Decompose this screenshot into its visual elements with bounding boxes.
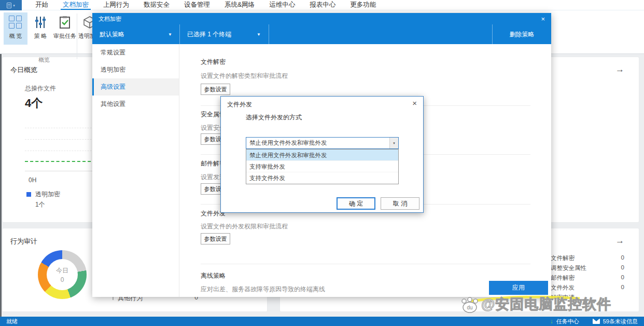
counter-value xyxy=(624,294,627,302)
arrow-right-icon[interactable]: → xyxy=(615,64,624,75)
counter-label: 邮件解密 xyxy=(551,274,575,282)
app-window: ▾ 开始 文档加密 上网行为 数据安全 设备管理 系统&网络 运维中心 报表中心… xyxy=(0,0,644,326)
ribbon-approval-tasks-button[interactable]: 审批任务 xyxy=(53,12,77,45)
param-settings-button[interactable]: 参数设置 xyxy=(201,233,230,244)
tab-start[interactable]: 开始 xyxy=(28,0,55,10)
total-files-label: 总操作文件 xyxy=(25,84,56,93)
clipboard-check-icon xyxy=(58,16,72,29)
ribbon-overview-button[interactable]: 概 览 xyxy=(4,12,27,45)
arrow-right-icon[interactable]: → xyxy=(615,236,624,246)
tab-report-center[interactable]: 报表中心 xyxy=(302,0,343,10)
menu-tabs: 开始 文档加密 上网行为 数据安全 设备管理 系统&网络 运维中心 报表中心 更… xyxy=(28,0,383,10)
legend-value: 1个 xyxy=(35,200,45,209)
sidebar-item-transparent-encryption[interactable]: 透明加密 xyxy=(92,61,179,78)
tab-system-network[interactable]: 系统&网络 xyxy=(217,0,262,10)
menubar: ▾ 开始 文档加密 上网行为 数据安全 设备管理 系统&网络 运维中心 报表中心… xyxy=(0,0,644,10)
donut-center-value: 0 xyxy=(61,276,64,283)
counter-label: 调整安全属性 xyxy=(551,264,586,272)
tab-ops-center[interactable]: 运维中心 xyxy=(262,0,302,10)
legend-color-square xyxy=(26,192,31,197)
file-outgoing-modal: 文件外发 × 选择文件外发的方式 禁止使用文件外发和审批外发 ▾ 禁止使用文件外… xyxy=(220,96,424,213)
unread-messages-link[interactable]: 59条未读信息 xyxy=(603,318,638,325)
dialog-titlebar: 文档加密 × xyxy=(92,13,551,24)
combobox-arrow-button[interactable]: ▾ xyxy=(389,138,398,148)
option-forbid-outgoing[interactable]: 禁止使用文件外发和审批外发 xyxy=(246,150,398,161)
counter-row: 文件解密 0 xyxy=(551,254,627,262)
statusbar: 就绪 ↓ 任务中心 59条未读信息 xyxy=(0,317,644,326)
counter-row: 邮件解密 0 xyxy=(551,274,627,282)
sidebar-item-advanced-settings[interactable]: 高级设置 xyxy=(92,78,179,96)
card-title: 行为审计 xyxy=(10,237,37,246)
ribbon-policy-button[interactable]: 策 略 xyxy=(29,12,52,45)
x-axis-tick: 0H xyxy=(29,176,36,184)
app-menu-button[interactable]: ▾ xyxy=(0,0,22,10)
app-icon xyxy=(7,3,11,8)
counter-row: 调整安全属性 0 xyxy=(551,264,627,272)
tab-web-behavior[interactable]: 上网行为 xyxy=(96,0,136,10)
param-settings-button[interactable]: 参数设置 xyxy=(201,84,230,95)
sliders-icon xyxy=(34,16,47,29)
terminal-selector-dropdown[interactable]: 已选择 1 个终端 ▼ xyxy=(180,24,268,44)
tab-more-features[interactable]: 更多功能 xyxy=(343,0,383,10)
chevron-down-icon: ▾ xyxy=(393,138,395,148)
policy-selector-dropdown[interactable]: 默认策略 ▼ xyxy=(92,24,179,44)
legend-label: 透明加密 xyxy=(35,190,60,199)
counter-label: 文件外发 xyxy=(551,284,575,292)
counter-value: 0 xyxy=(621,274,627,282)
close-icon[interactable]: × xyxy=(412,99,417,107)
counter-label: 解密申请 xyxy=(551,294,575,302)
chevron-down-icon: ▾ xyxy=(13,4,15,7)
apply-button[interactable]: 应用 xyxy=(489,281,548,295)
total-files-value: 4个 xyxy=(25,96,43,111)
outgoing-mode-label: 选择文件外发的方式 xyxy=(246,113,302,122)
mail-icon xyxy=(593,319,600,324)
window-left-edge xyxy=(0,54,2,317)
donut-center-label: 今日 xyxy=(56,266,68,275)
close-icon[interactable]: × xyxy=(541,16,545,22)
tab-document-encryption[interactable]: 文档加密 xyxy=(55,0,96,10)
dialog-toolbar: 默认策略 ▼ 已选择 1 个终端 ▼ 删除策略 xyxy=(92,24,551,44)
section-desc: 设置文件的外发权限和审批流程 xyxy=(201,222,288,231)
section-desc: 应对出差、服务器故障等原因导致的终端离线 xyxy=(201,285,325,294)
combobox-value: 禁止使用文件外发和审批外发 xyxy=(249,140,327,146)
card-title: 今日概览 xyxy=(10,65,37,75)
delete-policy-button[interactable]: 删除策略 xyxy=(493,24,551,44)
task-center-link[interactable]: 任务中心 xyxy=(556,318,579,325)
counter-value: 0 xyxy=(621,284,627,292)
outgoing-mode-combobox[interactable]: 禁止使用文件外发和审批外发 ▾ xyxy=(246,137,399,149)
ribbon-group-label: 概览 xyxy=(38,56,50,64)
ok-button[interactable]: 确 定 xyxy=(337,197,375,210)
ribbon-separator xyxy=(77,13,77,59)
counter-row: 解密申请 xyxy=(551,294,627,302)
sidebar-item-other-settings[interactable]: 其他设置 xyxy=(92,96,179,113)
audit-donut-chart: 今日 0 xyxy=(38,250,87,299)
download-arrow-icon: ↓ xyxy=(550,318,553,325)
sidebar-item-general-settings[interactable]: 常规设置 xyxy=(92,44,179,61)
option-file-outgoing[interactable]: 支持文件外发 xyxy=(246,172,398,184)
counter-value: 0 xyxy=(621,264,627,272)
cancel-button[interactable]: 取 消 xyxy=(381,197,419,210)
tab-device-management[interactable]: 设备管理 xyxy=(177,0,217,10)
status-ready-text: 就绪 xyxy=(6,318,18,325)
modal-title: 文件外发 xyxy=(227,100,252,109)
combobox-option-list: 禁止使用文件外发和审批外发 支持审批外发 支持文件外发 xyxy=(246,149,399,184)
section-title-file-decrypt: 文件解密 xyxy=(201,58,226,66)
section-title-offline-policy: 离线策略 xyxy=(201,271,226,280)
counter-value: 0 xyxy=(621,254,627,262)
dialog-sidebar: 常规设置 透明加密 高级设置 其他设置 xyxy=(92,44,179,297)
dropdown-arrow-icon: ▼ xyxy=(168,32,172,37)
tab-data-security[interactable]: 数据安全 xyxy=(136,0,177,10)
section-desc: 设置文件的解密类型和审批流程 xyxy=(201,72,288,80)
overview-grid-icon xyxy=(9,16,22,29)
counter-row: 文件外发 0 xyxy=(551,284,627,292)
counter-label: 文件解密 xyxy=(551,254,575,262)
dialog-title: 文档加密 xyxy=(99,15,121,23)
dropdown-arrow-icon: ▼ xyxy=(257,32,261,37)
option-approval-outgoing[interactable]: 支持审批外发 xyxy=(246,161,398,172)
